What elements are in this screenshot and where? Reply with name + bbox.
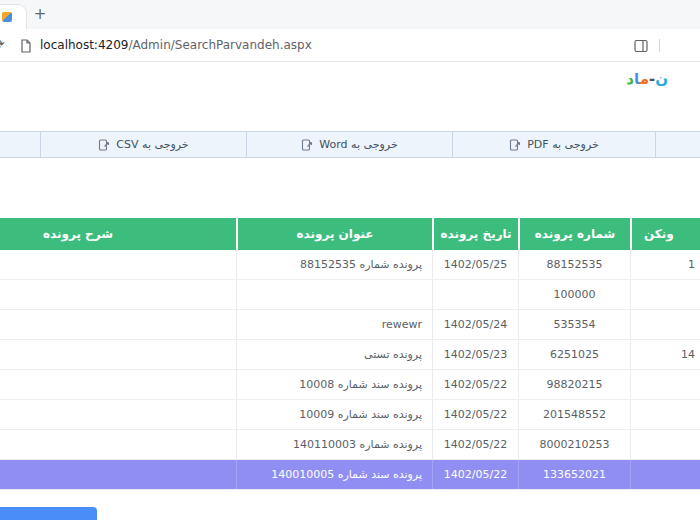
cell-number: 88152535 — [518, 250, 630, 279]
cell-number: 100000 — [518, 280, 630, 309]
tab-bar: + — [0, 0, 700, 29]
side-panel-icon[interactable] — [634, 38, 648, 57]
cell-date: 1402/05/22 — [432, 430, 518, 459]
url-text[interactable]: localhost:4209/Admin/SearchParvandeh.asp… — [40, 29, 312, 61]
logo-letter: ن — [655, 70, 668, 88]
cell-desc — [0, 280, 236, 309]
reload-icon[interactable]: ⟳ — [0, 36, 5, 52]
cell-title: پرونده تستی — [236, 340, 432, 369]
export-pdf-button[interactable]: خروجی به PDF — [452, 132, 655, 157]
cell-number: 133652021 — [518, 460, 630, 489]
table-row-selected[interactable]: 133652021 1402/05/22 پرونده سند شماره 14… — [0, 460, 700, 490]
export-button-partial-right[interactable] — [655, 132, 700, 157]
cell-number: 535354 — [518, 310, 630, 339]
url-host: localhost:4209 — [40, 38, 128, 52]
table-header-row: ونکن شماره پرونده تاریخ پرونده عنوان پرو… — [0, 218, 700, 250]
cell-desc — [0, 250, 236, 279]
cell-date: 1402/05/25 — [432, 250, 518, 279]
cell-date: 1402/05/22 — [432, 370, 518, 399]
table-row[interactable]: 535354 1402/05/24 rewewr — [0, 310, 700, 340]
cell-extra: 14 — [630, 340, 700, 369]
cell-extra — [630, 400, 700, 429]
cell-desc — [0, 400, 236, 429]
new-tab-button[interactable]: + — [31, 5, 49, 23]
table-row[interactable]: 14 6251025 1402/05/23 پرونده تستی — [0, 340, 700, 370]
cell-desc — [0, 460, 236, 489]
cell-date: 1402/05/22 — [432, 400, 518, 429]
cell-number: 201548552 — [518, 400, 630, 429]
cell-desc — [0, 310, 236, 339]
results-table: ونکن شماره پرونده تاریخ پرونده عنوان پرو… — [0, 218, 700, 490]
cell-title: پرونده سند شماره 140010005 — [236, 460, 432, 489]
table-row[interactable]: 8000210253 1402/05/22 پرونده شماره 14011… — [0, 430, 700, 460]
cell-desc — [0, 340, 236, 369]
table-row[interactable]: 201548552 1402/05/22 پرونده سند شماره 10… — [0, 400, 700, 430]
browser-tab[interactable] — [0, 4, 27, 29]
site-info-document-icon[interactable] — [19, 38, 33, 57]
table-row[interactable]: 100000 — [0, 280, 700, 310]
cell-title: rewewr — [236, 310, 432, 339]
cell-date: 1402/05/22 — [432, 460, 518, 489]
cell-extra: 1 — [630, 250, 700, 279]
table-row[interactable]: 98820215 1402/05/22 پرونده سند شماره 100… — [0, 370, 700, 400]
url-path: /Admin/SearchParvandeh.aspx — [128, 38, 311, 52]
header-file-number: شماره پرونده — [518, 218, 630, 250]
cell-extra — [630, 280, 700, 309]
header-extra-column: ونکن — [630, 218, 700, 250]
cell-desc — [0, 430, 236, 459]
cell-extra — [630, 310, 700, 339]
favicon-icon — [2, 12, 12, 22]
export-toolbar: خروجی به PDF خروجی به Word خروجی به CSV — [0, 131, 700, 158]
cell-date: 1402/05/23 — [432, 340, 518, 369]
site-logo: ن-ماد — [626, 70, 668, 88]
pagination-bar[interactable] — [0, 507, 97, 520]
export-icon — [509, 139, 521, 151]
table-row[interactable]: 1 88152535 1402/05/25 پرونده شماره 88152… — [0, 250, 700, 280]
export-word-label: خروجی به Word — [319, 138, 397, 151]
cell-date — [432, 280, 518, 309]
page-content: ن-ماد خروجی به PDF خروجی به Word خروجی ب… — [0, 62, 700, 520]
logo-letter: م — [640, 70, 649, 88]
cell-number: 8000210253 — [518, 430, 630, 459]
cell-desc — [0, 370, 236, 399]
export-word-button[interactable]: خروجی به Word — [246, 132, 452, 157]
export-pdf-label: خروجی به PDF — [527, 138, 599, 151]
addressbar-divider — [659, 39, 660, 52]
cell-extra — [630, 430, 700, 459]
export-csv-button[interactable]: خروجی به CSV — [40, 132, 246, 157]
export-icon — [98, 139, 110, 151]
cell-title: پرونده سند شماره 10008 — [236, 370, 432, 399]
cell-title: پرونده شماره 140110003 — [236, 430, 432, 459]
address-bar[interactable]: ⟳ localhost:4209/Admin/SearchParvandeh.a… — [0, 29, 700, 62]
header-file-title: عنوان پرونده — [236, 218, 432, 250]
cell-title: پرونده سند شماره 10009 — [236, 400, 432, 429]
header-file-desc: شرح پرونده — [0, 218, 236, 250]
cell-number: 98820215 — [518, 370, 630, 399]
export-icon — [301, 139, 313, 151]
cell-date: 1402/05/24 — [432, 310, 518, 339]
export-button-partial-left[interactable] — [0, 132, 40, 157]
logo-letter: د — [626, 70, 634, 88]
cell-extra — [630, 370, 700, 399]
cell-title — [236, 280, 432, 309]
header-file-date: تاریخ پرونده — [432, 218, 518, 250]
cell-title: پرونده شماره 88152535 — [236, 250, 432, 279]
export-csv-label: خروجی به CSV — [116, 138, 188, 151]
cell-extra — [630, 460, 700, 489]
cell-number: 6251025 — [518, 340, 630, 369]
browser-window: + ⟳ localhost:4209/Admin/SearchParvandeh… — [0, 0, 700, 520]
